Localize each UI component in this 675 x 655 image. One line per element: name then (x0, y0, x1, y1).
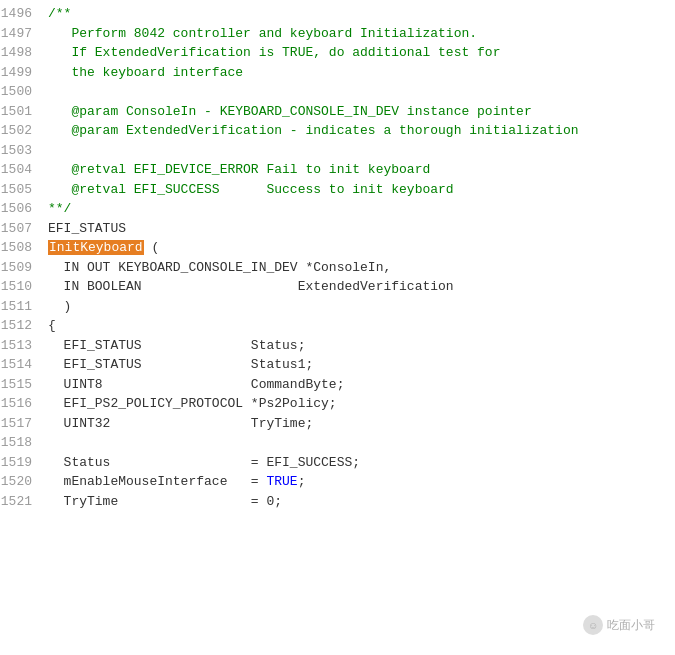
code-line: 1506**/ (0, 199, 675, 219)
normal-token: UINT8 CommandByte; (48, 377, 344, 392)
code-line: 1518 (0, 433, 675, 453)
line-number: 1496 (0, 4, 48, 24)
line-number: 1507 (0, 219, 48, 239)
code-line: 1520 mEnableMouseInterface = TRUE; (0, 472, 675, 492)
normal-token: mEnableMouseInterface = (48, 474, 266, 489)
normal-token: UINT32 TryTime; (48, 416, 313, 431)
line-content: UINT8 CommandByte; (48, 375, 667, 395)
code-line: 1496/** (0, 4, 675, 24)
line-content: EFI_STATUS (48, 219, 667, 239)
normal-token: { (48, 318, 56, 333)
comment-token: the keyboard interface (48, 65, 243, 80)
line-content: @param ConsoleIn - KEYBOARD_CONSOLE_IN_D… (48, 102, 667, 122)
comment-token: Perform 8042 controller and keyboard Ini… (48, 26, 477, 41)
normal-token: ; (298, 474, 306, 489)
comment-token: /** (48, 6, 71, 21)
code-line: 1517 UINT32 TryTime; (0, 414, 675, 434)
line-number: 1518 (0, 433, 48, 453)
normal-token: EFI_STATUS Status; (48, 338, 305, 353)
line-content: EFI_STATUS Status; (48, 336, 667, 356)
highlighted-token: InitKeyboard (48, 240, 144, 255)
line-content: @retval EFI_SUCCESS Success to init keyb… (48, 180, 667, 200)
line-number: 1513 (0, 336, 48, 356)
code-line: 1499 the keyboard interface (0, 63, 675, 83)
normal-token: EFI_STATUS Status1; (48, 357, 313, 372)
line-content: EFI_STATUS Status1; (48, 355, 667, 375)
code-line: 1504 @retval EFI_DEVICE_ERROR Fail to in… (0, 160, 675, 180)
code-line: 1501 @param ConsoleIn - KEYBOARD_CONSOLE… (0, 102, 675, 122)
line-number: 1510 (0, 277, 48, 297)
line-number: 1509 (0, 258, 48, 278)
line-number: 1516 (0, 394, 48, 414)
comment-token: @retval EFI_SUCCESS Success to init keyb… (48, 182, 454, 197)
line-number: 1506 (0, 199, 48, 219)
comment-token: @param ConsoleIn - KEYBOARD_CONSOLE_IN_D… (48, 104, 532, 119)
line-number: 1503 (0, 141, 48, 161)
code-line: 1500 (0, 82, 675, 102)
line-content: InitKeyboard ( (48, 238, 667, 258)
code-line: 1514 EFI_STATUS Status1; (0, 355, 675, 375)
line-number: 1520 (0, 472, 48, 492)
code-line: 1515 UINT8 CommandByte; (0, 375, 675, 395)
code-line: 1507EFI_STATUS (0, 219, 675, 239)
line-number: 1515 (0, 375, 48, 395)
code-line: 1498 If ExtendedVerification is TRUE, do… (0, 43, 675, 63)
watermark: ☺ 吃面小哥 (583, 615, 655, 635)
line-content: /** (48, 4, 667, 24)
code-line: 1508InitKeyboard ( (0, 238, 675, 258)
line-content: { (48, 316, 667, 336)
code-line: 1513 EFI_STATUS Status; (0, 336, 675, 356)
line-content: **/ (48, 199, 667, 219)
line-number: 1504 (0, 160, 48, 180)
watermark-icon: ☺ (583, 615, 603, 635)
keyword-token: TRUE (266, 474, 297, 489)
line-content: IN BOOLEAN ExtendedVerification (48, 277, 667, 297)
code-line: 1511 ) (0, 297, 675, 317)
code-line: 1510 IN BOOLEAN ExtendedVerification (0, 277, 675, 297)
line-content: the keyboard interface (48, 63, 667, 83)
line-number: 1508 (0, 238, 48, 258)
line-number: 1517 (0, 414, 48, 434)
code-line: 1502 @param ExtendedVerification - indic… (0, 121, 675, 141)
code-line: 1505 @retval EFI_SUCCESS Success to init… (0, 180, 675, 200)
line-number: 1519 (0, 453, 48, 473)
normal-token: IN OUT KEYBOARD_CONSOLE_IN_DEV *ConsoleI… (48, 260, 391, 275)
comment-token: @param ExtendedVerification - indicates … (48, 123, 579, 138)
line-content: UINT32 TryTime; (48, 414, 667, 434)
code-line: 1516 EFI_PS2_POLICY_PROTOCOL *Ps2Policy; (0, 394, 675, 414)
line-content: TryTime = 0; (48, 492, 667, 512)
line-number: 1499 (0, 63, 48, 83)
line-content: Perform 8042 controller and keyboard Ini… (48, 24, 667, 44)
code-line: 1512{ (0, 316, 675, 336)
normal-token: ) (48, 299, 71, 314)
line-number: 1500 (0, 82, 48, 102)
watermark-text: 吃面小哥 (607, 616, 655, 634)
code-line: 1503 (0, 141, 675, 161)
line-content: @retval EFI_DEVICE_ERROR Fail to init ke… (48, 160, 667, 180)
line-content: mEnableMouseInterface = TRUE; (48, 472, 667, 492)
normal-token: Status = EFI_SUCCESS; (48, 455, 360, 470)
line-number: 1512 (0, 316, 48, 336)
code-line: 1521 TryTime = 0; (0, 492, 675, 512)
normal-token: ( (144, 240, 160, 255)
line-number: 1501 (0, 102, 48, 122)
normal-token: EFI_PS2_POLICY_PROTOCOL *Ps2Policy; (48, 396, 337, 411)
normal-token: IN BOOLEAN ExtendedVerification (48, 279, 454, 294)
code-line: 1509 IN OUT KEYBOARD_CONSOLE_IN_DEV *Con… (0, 258, 675, 278)
normal-token: EFI_STATUS (48, 221, 126, 236)
comment-token: @retval EFI_DEVICE_ERROR Fail to init ke… (48, 162, 430, 177)
code-line: 1519 Status = EFI_SUCCESS; (0, 453, 675, 473)
line-content: IN OUT KEYBOARD_CONSOLE_IN_DEV *ConsoleI… (48, 258, 667, 278)
line-number: 1498 (0, 43, 48, 63)
line-number: 1497 (0, 24, 48, 44)
line-content: EFI_PS2_POLICY_PROTOCOL *Ps2Policy; (48, 394, 667, 414)
line-number: 1502 (0, 121, 48, 141)
code-viewer: 1496/**1497 Perform 8042 controller and … (0, 0, 675, 655)
line-content: @param ExtendedVerification - indicates … (48, 121, 667, 141)
line-number: 1511 (0, 297, 48, 317)
code-line: 1497 Perform 8042 controller and keyboar… (0, 24, 675, 44)
line-number: 1521 (0, 492, 48, 512)
line-number: 1505 (0, 180, 48, 200)
line-content: If ExtendedVerification is TRUE, do addi… (48, 43, 667, 63)
normal-token: TryTime = 0; (48, 494, 282, 509)
